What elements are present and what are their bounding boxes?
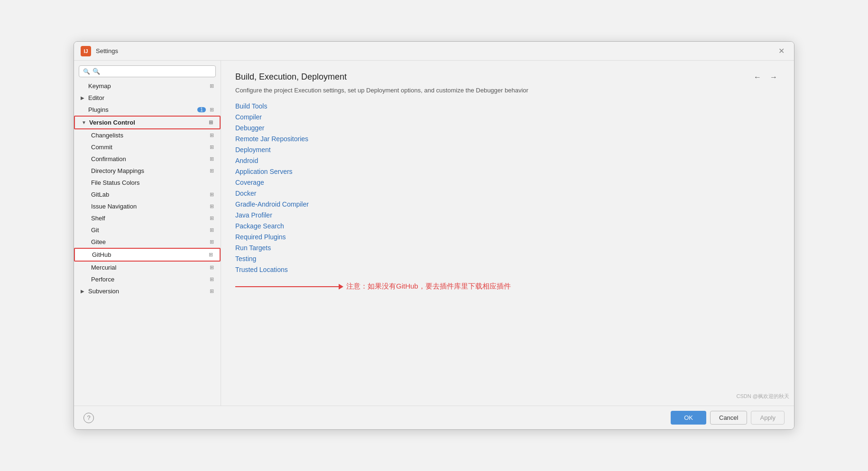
sidebar-item-shelf[interactable]: Shelf ⊞ (74, 212, 221, 224)
sidebar: 🔍 Keymap ⊞ ▶ Editor (74, 61, 221, 406)
gear15-icon: ⊞ (210, 264, 214, 271)
sidebar-item-commit[interactable]: Commit ⊞ (74, 141, 221, 153)
sidebar-item-keymap[interactable]: Keymap ⊞ (74, 80, 221, 92)
link-java-profiler[interactable]: Java Profiler (235, 211, 780, 219)
search-icon: 🔍 (83, 68, 90, 75)
close-button[interactable]: ✕ (776, 45, 787, 56)
sidebar-item-plugins[interactable]: Plugins 1 ⊞ (74, 104, 221, 116)
sidebar-item-changelists[interactable]: Changelists ⊞ (74, 129, 221, 141)
annotation-text: 注意：如果没有GitHub，要去插件库里下载相应插件 (346, 282, 511, 291)
window-title: Settings (96, 47, 771, 54)
link-build-tools[interactable]: Build Tools (235, 102, 780, 110)
chevron-right-icon: ▶ (81, 95, 87, 100)
back-button[interactable]: ← (751, 72, 764, 82)
link-package-search[interactable]: Package Search (235, 222, 780, 230)
gear10-icon: ⊞ (210, 203, 214, 209)
sidebar-item-confirmation[interactable]: Confirmation ⊞ (74, 153, 221, 165)
ok-button[interactable]: OK (671, 411, 706, 425)
gear2-icon: ⊞ (210, 107, 214, 113)
link-coverage[interactable]: Coverage (235, 179, 780, 186)
link-testing[interactable]: Testing (235, 255, 780, 263)
main-content: 🔍 Keymap ⊞ ▶ Editor (74, 61, 794, 406)
gear14-icon: ⊞ (209, 252, 213, 258)
nav-controls: ← → (751, 72, 780, 82)
sidebar-item-git[interactable]: Git ⊞ (74, 224, 221, 236)
link-deployment[interactable]: Deployment (235, 146, 780, 154)
chevron-down-icon: ▼ (82, 120, 88, 125)
sidebar-item-mercurial[interactable]: Mercurial ⊞ (74, 262, 221, 273)
sidebar-item-subversion[interactable]: ▶ Subversion ⊞ (74, 285, 221, 297)
help-button[interactable]: ? (83, 413, 94, 423)
cancel-button[interactable]: Cancel (710, 411, 747, 425)
link-remote-jar[interactable]: Remote Jar Repositories (235, 135, 780, 143)
gear3-icon: ⊞ (209, 119, 213, 126)
link-list: Build Tools Compiler Debugger Remote Jar… (235, 102, 780, 273)
chevron-right2-icon: ▶ (81, 289, 87, 294)
link-docker[interactable]: Docker (235, 190, 780, 197)
sidebar-item-github[interactable]: GitHub ⊞ (74, 248, 221, 262)
annotation-arrow (235, 286, 340, 287)
gear13-icon: ⊞ (210, 239, 214, 245)
link-application-servers[interactable]: Application Servers (235, 168, 780, 175)
title-bar: IJ Settings ✕ (74, 42, 794, 61)
sidebar-item-directory-mappings[interactable]: Directory Mappings ⊞ (74, 165, 221, 177)
link-gradle-android[interactable]: Gradle-Android Compiler (235, 200, 780, 208)
search-box[interactable]: 🔍 (79, 65, 216, 77)
link-android[interactable]: Android (235, 157, 780, 164)
nav-list: Keymap ⊞ ▶ Editor Plugins 1 ⊞ (74, 80, 221, 301)
gear5-icon: ⊞ (210, 144, 214, 150)
bottom-left: ? (83, 413, 94, 423)
sidebar-item-version-control[interactable]: ▼ Version Control ⊞ (74, 116, 221, 129)
link-required-plugins[interactable]: Required Plugins (235, 233, 780, 241)
link-debugger[interactable]: Debugger (235, 124, 780, 132)
main-panel: ← → Build, Execution, Deployment Configu… (221, 61, 794, 406)
plugins-badge: 1 (197, 107, 206, 112)
forward-button[interactable]: → (767, 72, 780, 82)
gear9-icon: ⊞ (210, 191, 214, 198)
sidebar-item-issue-navigation[interactable]: Issue Navigation ⊞ (74, 200, 221, 212)
sidebar-item-perforce[interactable]: Perforce ⊞ (74, 273, 221, 285)
gear4-icon: ⊞ (210, 132, 214, 138)
bottom-bar: ? OK Cancel Apply (74, 406, 794, 429)
gear12-icon: ⊞ (210, 227, 214, 233)
annotation-container: 注意：如果没有GitHub，要去插件库里下载相应插件 (235, 282, 780, 291)
sidebar-item-editor[interactable]: ▶ Editor (74, 92, 221, 104)
gear16-icon: ⊞ (210, 276, 214, 282)
link-compiler[interactable]: Compiler (235, 113, 780, 121)
sidebar-item-file-status-colors[interactable]: File Status Colors (74, 177, 221, 189)
gear7-icon: ⊞ (210, 168, 214, 174)
search-input[interactable] (92, 68, 212, 75)
page-title: Build, Execution, Deployment (235, 72, 780, 82)
page-description: Configure the project Execution settings… (235, 87, 780, 94)
sidebar-item-gitlab[interactable]: GitLab ⊞ (74, 189, 221, 200)
apply-button[interactable]: Apply (751, 411, 785, 425)
link-trusted-locations[interactable]: Trusted Locations (235, 266, 780, 273)
settings-window: IJ Settings ✕ 🔍 Keymap ⊞ (74, 41, 794, 430)
gear17-icon: ⊞ (210, 288, 214, 294)
gear-icon: ⊞ (210, 83, 214, 89)
sidebar-scroll: Keymap ⊞ ▶ Editor Plugins 1 ⊞ (74, 80, 221, 406)
gear11-icon: ⊞ (210, 215, 214, 221)
app-logo: IJ (81, 46, 91, 56)
watermark: CSDN @枫欢迎的秋天 (737, 393, 789, 400)
bottom-right: OK Cancel Apply (671, 411, 785, 425)
link-run-targets[interactable]: Run Targets (235, 244, 780, 252)
gear6-icon: ⊞ (210, 156, 214, 162)
sidebar-item-gitee[interactable]: Gitee ⊞ (74, 236, 221, 248)
